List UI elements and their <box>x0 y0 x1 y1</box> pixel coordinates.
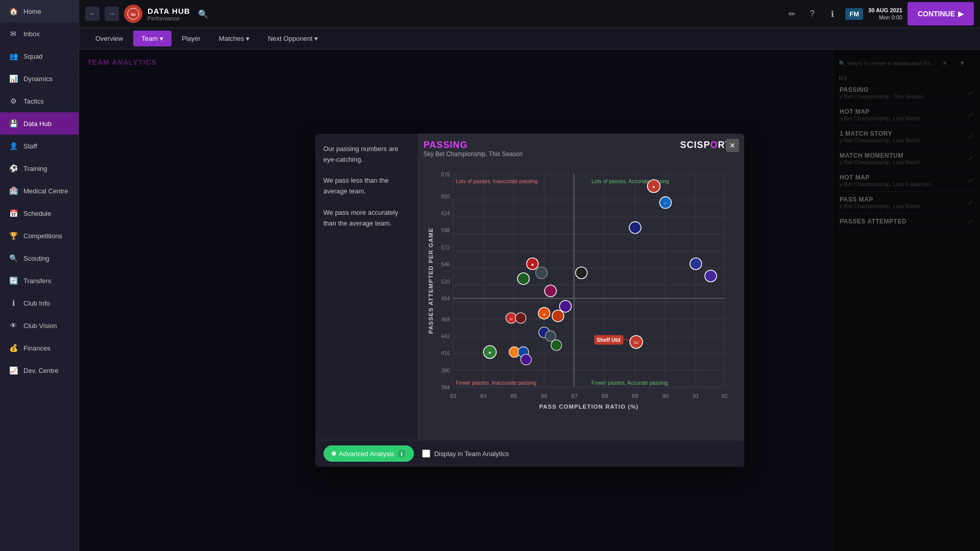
continue-button[interactable]: CONTINUE ▶ <box>908 2 974 26</box>
staff-icon: 👤 <box>8 141 18 151</box>
svg-text:●: ● <box>652 184 655 189</box>
team-dot <box>515 313 526 323</box>
team-dot <box>551 340 561 350</box>
svg-text:PASSES ATTEMPTED PER GAME: PASSES ATTEMPTED PER GAME <box>428 228 434 334</box>
team-dot <box>545 285 556 297</box>
edit-button[interactable]: ✏ <box>784 6 799 21</box>
info-button[interactable]: ℹ <box>825 6 840 21</box>
sidebar-item-label: Finances <box>23 344 51 352</box>
clubinfo-icon: ℹ <box>8 298 18 308</box>
subnav-label: Player <box>182 35 201 42</box>
svg-text:572: 572 <box>441 245 450 251</box>
sidebar-item-datahub[interactable]: 💾 Data Hub <box>0 112 79 135</box>
topbar-right: ✏ ? ℹ FM 30 AUG 2021 Mon 0:00 CONTINUE ▶ <box>784 2 974 26</box>
sidebar-item-finances[interactable]: 💰 Finances <box>0 337 79 359</box>
svg-text:364: 364 <box>441 385 450 390</box>
sidebar-item-scouting[interactable]: 🔍 Scouting <box>0 247 79 269</box>
advanced-analysis-button[interactable]: Advanced Analysis ℹ <box>324 445 414 462</box>
date-text: 30 AUG 2021 <box>868 7 902 14</box>
sidebar-item-dynamics[interactable]: 📊 Dynamics <box>0 67 79 90</box>
sidebar-item-label: Training <box>23 165 47 172</box>
subnav-player[interactable]: Player <box>174 31 209 46</box>
svg-text:SU: SU <box>633 340 639 345</box>
team-dot <box>521 354 531 365</box>
svg-text:Fewer passes, Inaccurate passi: Fewer passes, Inaccurate passing <box>456 380 536 386</box>
sidebar-item-transfers[interactable]: 🔄 Transfers <box>0 269 79 292</box>
sidebar-item-training[interactable]: ⚽ Training <box>0 157 79 180</box>
sidebar-item-label: Staff <box>23 142 37 150</box>
sidebar-item-staff[interactable]: 👤 Staff <box>0 135 79 157</box>
sidebar-item-label: Data Hub <box>23 120 52 128</box>
sidebar-item-label: Tactics <box>23 97 44 105</box>
tactics-icon: ⚙ <box>8 96 18 106</box>
modal-footer: Advanced Analysis ℹ Display in Team Anal… <box>315 440 744 467</box>
chart-header: PASSING Sky Bet Championship, This Seaso… <box>424 140 738 162</box>
fm-badge: FM <box>845 8 863 20</box>
training-icon: ⚽ <box>8 163 18 173</box>
team-dot <box>517 273 529 285</box>
subnav-overview[interactable]: Overview <box>87 31 131 46</box>
sidebar-item-inbox[interactable]: ✉ Inbox <box>0 22 79 45</box>
svg-text:442: 442 <box>441 334 450 339</box>
sidebar-item-competitions[interactable]: 🏆 Competitions <box>0 224 79 247</box>
continue-arrow-icon: ▶ <box>958 10 964 18</box>
hub-title-block: DATA HUB Performance <box>148 7 190 21</box>
clubvision-icon: 👁 <box>8 320 18 331</box>
display-checkbox[interactable] <box>422 449 430 458</box>
sidebar-item-label: Squad <box>23 53 43 60</box>
svg-text:▲: ▲ <box>542 312 546 316</box>
svg-text:91: 91 <box>692 393 699 399</box>
modal-close-button[interactable]: ✕ <box>726 139 739 152</box>
sidebar-item-schedule[interactable]: 📅 Schedule <box>0 202 79 224</box>
sidebar-item-devcentre[interactable]: 📈 Dev. Centre <box>0 359 79 382</box>
svg-text:○: ○ <box>664 201 667 206</box>
sidebar-item-medical[interactable]: 🏥 Medical Centre <box>0 180 79 202</box>
svg-text:PASS COMPLETION RATIO (%): PASS COMPLETION RATIO (%) <box>539 404 639 410</box>
forward-button[interactable]: → <box>105 7 119 21</box>
svg-text:■: ■ <box>531 262 533 267</box>
sidebar-item-clubvision[interactable]: 👁 Club Vision <box>0 314 79 337</box>
search-button[interactable]: 🔍 <box>195 6 211 21</box>
modal-body: Our passing numbers are eye-catching. We… <box>315 134 744 440</box>
svg-text:★: ★ <box>488 350 492 355</box>
sidebar-item-label: Home <box>23 8 41 15</box>
back-button[interactable]: ← <box>85 7 100 21</box>
club-badge: SU <box>124 5 142 23</box>
svg-text:546: 546 <box>441 262 450 267</box>
sidebar-item-tactics[interactable]: ⚙ Tactics <box>0 90 79 112</box>
chart-title: PASSING <box>424 140 523 151</box>
modal-overlay: Our passing numbers are eye-catching. We… <box>79 49 980 551</box>
display-checkbox-container[interactable]: Display in Team Analytics <box>422 449 509 458</box>
subnav-label: Overview <box>95 35 123 42</box>
svg-text:624: 624 <box>441 211 450 216</box>
scatter-chart: 83 84 85 86 87 88 89 90 91 92 PASS COMPL… <box>424 164 738 414</box>
sidebar-item-label: Inbox <box>23 30 40 38</box>
sidebar-item-label: Dev. Centre <box>23 367 58 374</box>
passing-modal: Our passing numbers are eye-catching. We… <box>315 134 744 467</box>
sidebar-item-label: Dynamics <box>23 75 53 83</box>
datahub-icon: 💾 <box>8 118 18 129</box>
svg-text:Sheff Utd: Sheff Utd <box>597 337 620 343</box>
scatter-svg: 83 84 85 86 87 88 89 90 91 92 PASS COMPL… <box>424 164 738 414</box>
subnav-team[interactable]: Team ▾ <box>133 31 172 46</box>
squad-icon: 👥 <box>8 51 18 61</box>
subnav-matches[interactable]: Matches ▾ <box>211 31 258 46</box>
sidebar-item-squad[interactable]: 👥 Squad <box>0 45 79 67</box>
schedule-icon: 📅 <box>8 208 18 218</box>
team-dot <box>704 270 716 282</box>
chevron-down-icon: ▾ <box>160 35 163 42</box>
sidebar-item-label: Medical Centre <box>23 187 68 195</box>
sidebar-item-home[interactable]: 🏠 Home <box>0 0 79 22</box>
svg-text:494: 494 <box>441 296 450 302</box>
transfers-icon: 🔄 <box>8 276 18 286</box>
svg-text:H: H <box>509 317 512 321</box>
help-button[interactable]: ? <box>804 6 820 21</box>
svg-text:85: 85 <box>510 393 517 399</box>
svg-text:468: 468 <box>441 317 450 322</box>
sidebar-item-clubinfo[interactable]: ℹ Club Info <box>0 292 79 314</box>
svg-rect-2 <box>426 164 735 414</box>
subnav-nextopponent[interactable]: Next Opponent ▾ <box>260 31 326 46</box>
modal-chart-area: ✕ PASSING Sky Bet Championship, This Sea… <box>418 134 744 440</box>
chart-subtitle: Sky Bet Championship, This Season <box>424 151 523 158</box>
svg-text:416: 416 <box>441 350 450 356</box>
